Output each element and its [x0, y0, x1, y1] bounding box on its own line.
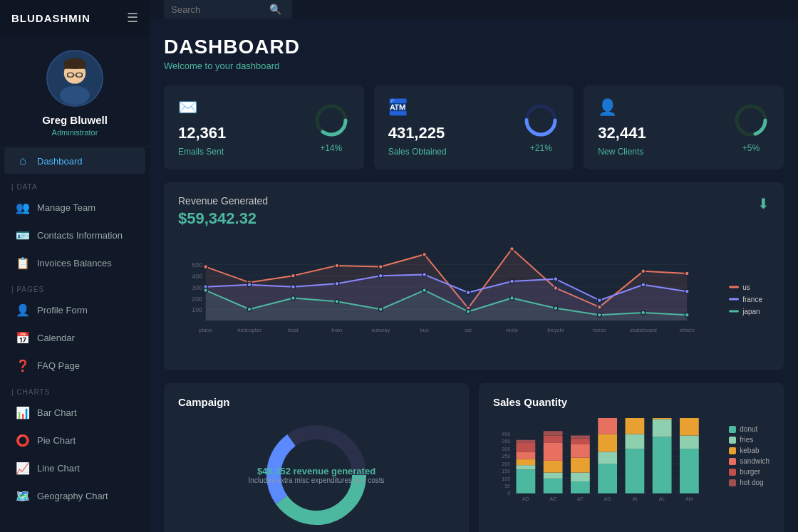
- campaign-title: Campaign: [178, 396, 455, 408]
- search-input[interactable]: [171, 4, 264, 15]
- sidebar-profile: Greg Bluwell Administrator: [0, 36, 150, 147]
- sidebar-item-label: Profile Form: [37, 305, 88, 315]
- svg-rect-107: [544, 435, 563, 442]
- svg-rect-101: [517, 440, 536, 443]
- sidebar-item-label: Bar Chart: [37, 407, 77, 418]
- legend-item: donut: [729, 425, 770, 433]
- sales-icon: 🏧: [388, 98, 447, 117]
- svg-text:subway: subway: [371, 327, 390, 333]
- sidebar-item-profile-form[interactable]: 👤 Profile Form: [4, 297, 145, 323]
- sidebar-item-bar-chart[interactable]: 📊 Bar Chart: [4, 400, 145, 426]
- svg-point-68: [423, 288, 427, 293]
- svg-rect-110: [571, 481, 590, 494]
- svg-point-55: [423, 273, 427, 277]
- profile-icon: 👤: [16, 303, 30, 317]
- svg-point-44: [510, 246, 514, 251]
- clients-number: 32,441: [598, 124, 646, 142]
- svg-text:500: 500: [192, 261, 202, 268]
- sidebar-item-calendar[interactable]: 📅 Calendar: [4, 325, 145, 351]
- sales-card: Sales Quantity 050100150200250300350400A…: [479, 383, 784, 532]
- sales-percent: +21%: [530, 143, 552, 153]
- emails-ring: [313, 102, 350, 139]
- svg-rect-131: [653, 437, 672, 494]
- search-icon: 🔍: [269, 4, 281, 15]
- svg-rect-133: [653, 418, 672, 419]
- svg-rect-96: [517, 469, 536, 493]
- svg-text:AE: AE: [549, 496, 556, 502]
- profile-role: Administrator: [52, 128, 98, 137]
- svg-rect-100: [517, 443, 536, 452]
- svg-rect-99: [517, 452, 536, 459]
- sidebar: BLUDASHMIN ☰ Greg Bluwell Administrator: [0, 0, 150, 532]
- svg-rect-113: [571, 444, 590, 458]
- sidebar-item-label: Dashboard: [37, 156, 83, 167]
- svg-rect-124: [626, 449, 645, 493]
- stat-cards: ✉️ 12,361 Emails Sent +14% 🏧 431,225: [164, 85, 784, 169]
- sidebar-section-data: | Data: [0, 174, 150, 194]
- clients-label: New Clients: [598, 147, 646, 157]
- svg-point-66: [335, 299, 339, 303]
- download-icon[interactable]: ⬇: [757, 195, 770, 212]
- sidebar-item-label: FAQ Page: [37, 360, 80, 371]
- svg-point-41: [378, 265, 383, 269]
- svg-rect-105: [544, 461, 563, 473]
- sales-title: Sales Quantity: [493, 396, 770, 408]
- sidebar-item-contacts[interactable]: 🪪 Contacts Information: [4, 222, 145, 249]
- svg-rect-108: [544, 431, 563, 435]
- svg-text:AD: AD: [522, 496, 529, 502]
- svg-point-61: [685, 289, 689, 293]
- email-icon: ✉️: [178, 98, 226, 117]
- svg-text:helicopter: helicopter: [237, 327, 261, 333]
- sidebar-item-pie-chart[interactable]: ⭕ Pie Chart: [4, 427, 145, 454]
- legend-item: sandwich: [729, 457, 770, 465]
- sidebar-item-invoices[interactable]: 📋 Invoices Balances: [4, 250, 145, 276]
- sales-label: Sales Obtained: [388, 147, 447, 157]
- legend-us: us: [729, 283, 762, 291]
- revenue-title: Revenue Generated: [178, 195, 770, 207]
- svg-rect-115: [571, 435, 590, 438]
- svg-text:50: 50: [504, 484, 510, 489]
- main-content: 🔍 DASHBOARD Welcome to your dashboard ✉️…: [150, 0, 798, 532]
- svg-point-59: [597, 298, 601, 303]
- svg-point-65: [291, 296, 296, 301]
- svg-point-52: [291, 285, 296, 289]
- bar-chart-wrap: 050100150200250300350400ADAEAFAGAIALAM: [493, 418, 722, 521]
- search-box[interactable]: 🔍: [164, 0, 292, 19]
- sidebar-item-dashboard[interactable]: ⌂ Dashboard: [4, 148, 145, 174]
- svg-text:AM: AM: [685, 496, 693, 502]
- svg-point-40: [335, 264, 339, 268]
- emails-percent: +14%: [320, 143, 342, 153]
- emails-label: Emails Sent: [178, 147, 226, 157]
- sidebar-item-faq[interactable]: ❓ FAQ Page: [4, 353, 145, 379]
- sidebar-item-label: Calendar: [37, 333, 75, 343]
- profile-name: Greg Bluwell: [42, 114, 108, 126]
- svg-rect-4: [64, 63, 86, 69]
- svg-text:AG: AG: [604, 496, 612, 502]
- hamburger-icon[interactable]: ☰: [127, 10, 138, 26]
- svg-rect-138: [680, 449, 699, 493]
- svg-rect-139: [680, 435, 699, 449]
- brand-logo: BLUDASHMIN: [11, 12, 90, 24]
- donut-chart: $48,352 revenue generated Includes extra…: [178, 418, 455, 532]
- svg-point-47: [641, 269, 646, 273]
- revenue-amount: $59,342.32: [178, 209, 770, 228]
- home-icon: ⌂: [16, 155, 30, 167]
- svg-text:bicycle: bicycle: [547, 327, 564, 333]
- svg-text:AF: AF: [577, 496, 584, 502]
- faq-icon: ❓: [16, 359, 30, 372]
- legend-item: hot dog: [729, 479, 770, 486]
- clients-percent: +5%: [742, 143, 760, 153]
- sales-ring: [522, 102, 559, 139]
- svg-text:AL: AL: [659, 496, 665, 502]
- svg-rect-119: [598, 434, 617, 452]
- pie-chart-icon: ⭕: [16, 434, 30, 447]
- svg-text:150: 150: [502, 469, 510, 474]
- sidebar-item-line-chart[interactable]: 📈 Line Chart: [4, 455, 145, 481]
- stat-card-sales: 🏧 431,225 Sales Obtained +21%: [374, 85, 574, 169]
- svg-rect-114: [571, 439, 590, 444]
- svg-text:bus: bus: [420, 327, 429, 333]
- svg-text:300: 300: [192, 284, 202, 291]
- sidebar-item-manage-team[interactable]: 👥 Manage Team: [4, 194, 145, 221]
- svg-rect-103: [544, 479, 563, 494]
- sidebar-item-geography-chart[interactable]: 🗺️ Geography Chart: [4, 483, 145, 509]
